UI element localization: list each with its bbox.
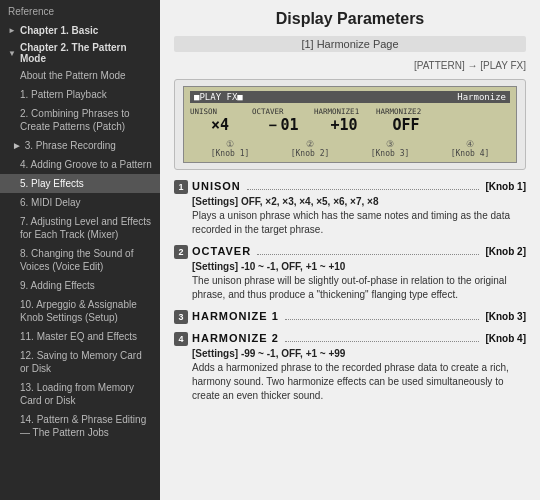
- ch1-label: Chapter 1. Basic: [20, 25, 98, 36]
- section-4: 4HARMONIZE 2[Knob 4][Settings] -99 ~ -1,…: [174, 332, 526, 403]
- ch2-arrow: ▼: [8, 49, 16, 58]
- diagram-top-right: Harmonize: [457, 92, 506, 102]
- sidebar-chapter-1[interactable]: ► Chapter 1. Basic: [0, 21, 160, 38]
- section-settings: [Settings] OFF, ×2, ×3, ×4, ×5, ×6, ×7, …: [174, 196, 526, 207]
- sidebar-item-s10[interactable]: 10. Arpeggio & Assignable Knob Settings …: [0, 295, 160, 327]
- diagram-screen: ■PLAY FX■ Harmonize UNISONOCTAVERHARMONI…: [183, 86, 517, 163]
- sidebar-item-s5[interactable]: 5. Play Effects: [0, 174, 160, 193]
- diagram-knob: ②[Knob 2]: [285, 139, 335, 158]
- sidebar-item-s14[interactable]: 14. Pattern & Phrase Editing — The Patte…: [0, 410, 160, 442]
- section-knob-label: [Knob 2]: [485, 246, 526, 257]
- section-settings: [Settings] -10 ~ -1, OFF, +1 ~ +10: [174, 261, 526, 272]
- diagram-knob: ③[Knob 3]: [365, 139, 415, 158]
- section-dots: [285, 341, 480, 342]
- diagram-top-left: ■PLAY FX■: [194, 92, 243, 102]
- main-content: Display Parameters [1] Harmonize Page [P…: [160, 0, 540, 500]
- sidebar-item-s1[interactable]: 1. Pattern Playback: [0, 85, 160, 104]
- section-header: 3HARMONIZE 1[Knob 3]: [174, 310, 526, 324]
- section-3: 3HARMONIZE 1[Knob 3]: [174, 310, 526, 324]
- diagram-row-value: －01: [252, 116, 312, 135]
- sidebar-item-about[interactable]: About the Pattern Mode: [0, 66, 160, 85]
- section-dots: [257, 254, 479, 255]
- section-number: 1: [174, 180, 188, 194]
- section-name: HARMONIZE 1: [192, 310, 279, 322]
- section-number: 2: [174, 245, 188, 259]
- section-body: Plays a unison phrase which has the same…: [174, 209, 526, 237]
- section-body: Adds a harmonized phrase to the recorded…: [174, 361, 526, 403]
- section-2: 2OCTAVER[Knob 2][Settings] -10 ~ -1, OFF…: [174, 245, 526, 302]
- section-header: 2OCTAVER[Knob 2]: [174, 245, 526, 259]
- sidebar-item-s9[interactable]: 9. Adding Effects: [0, 276, 160, 295]
- section-header: 1UNISON[Knob 1]: [174, 180, 526, 194]
- ch1-arrow: ►: [8, 26, 16, 35]
- sidebar-item-s12[interactable]: 12. Saving to Memory Card or Disk: [0, 346, 160, 378]
- page-subtitle: [1] Harmonize Page: [174, 36, 526, 52]
- section-number: 4: [174, 332, 188, 346]
- page-nav: [PATTERN] → [PLAY FX]: [174, 60, 526, 71]
- page-title: Display Parameters: [174, 10, 526, 28]
- sidebar-header: Reference: [0, 0, 160, 21]
- section-settings: [Settings] -99 ~ -1, OFF, +1 ~ +99: [174, 348, 526, 359]
- diagram-row-value: +10: [314, 116, 374, 135]
- section-dots: [247, 189, 480, 190]
- diagram-row-label: OCTAVER: [252, 107, 312, 116]
- diagram-box: ■PLAY FX■ Harmonize UNISONOCTAVERHARMONI…: [174, 79, 526, 170]
- section-body: The unison phrase will be slightly out-o…: [174, 274, 526, 302]
- ch2-label: Chapter 2. The Pattern Mode: [20, 42, 152, 64]
- sidebar-item-s4[interactable]: 4. Adding Groove to a Pattern: [0, 155, 160, 174]
- diagram-knob: ①[Knob 1]: [205, 139, 255, 158]
- section-header: 4HARMONIZE 2[Knob 4]: [174, 332, 526, 346]
- diagram-row-label: HARMONIZE1: [314, 107, 374, 116]
- sections-container: 1UNISON[Knob 1][Settings] OFF, ×2, ×3, ×…: [174, 180, 526, 403]
- diagram-row-label: UNISON: [190, 107, 250, 116]
- sidebar-item-s3[interactable]: ► 3. Phrase Recording: [0, 136, 160, 155]
- section-dots: [285, 319, 480, 320]
- sidebar-item-s6[interactable]: 6. MIDI Delay: [0, 193, 160, 212]
- diagram-rows: UNISONOCTAVERHARMONIZE1HARMONIZE2×4－01+1…: [190, 107, 510, 135]
- diagram-row-value: OFF: [376, 116, 436, 135]
- diagram-top-bar: ■PLAY FX■ Harmonize: [190, 91, 510, 103]
- sidebar-item-s11[interactable]: 11. Master EQ and Effects: [0, 327, 160, 346]
- sidebar-item-s13[interactable]: 13. Loading from Memory Card or Disk: [0, 378, 160, 410]
- section-name: OCTAVER: [192, 245, 251, 257]
- sidebar-chapter-2-items: About the Pattern Mode1. Pattern Playbac…: [0, 66, 160, 442]
- sidebar: Reference ► Chapter 1. Basic ▼ Chapter 2…: [0, 0, 160, 500]
- section-name: HARMONIZE 2: [192, 332, 279, 344]
- sidebar-item-s8[interactable]: 8. Changing the Sound of Voices (Voice E…: [0, 244, 160, 276]
- sidebar-chapter-2[interactable]: ▼ Chapter 2. The Pattern Mode: [0, 38, 160, 66]
- sidebar-item-s2[interactable]: 2. Combining Phrases to Create Patterns …: [0, 104, 160, 136]
- diagram-knobs: ①[Knob 1]②[Knob 2]③[Knob 3]④[Knob 4]: [190, 139, 510, 158]
- diagram-knob: ④[Knob 4]: [445, 139, 495, 158]
- section-number: 3: [174, 310, 188, 324]
- section-knob-label: [Knob 3]: [485, 311, 526, 322]
- sidebar-item-s7[interactable]: 7. Adjusting Level and Effects for Each …: [0, 212, 160, 244]
- section-knob-label: [Knob 1]: [485, 181, 526, 192]
- diagram-row-label: HARMONIZE2: [376, 107, 436, 116]
- section-name: UNISON: [192, 180, 241, 192]
- section-1: 1UNISON[Knob 1][Settings] OFF, ×2, ×3, ×…: [174, 180, 526, 237]
- section-knob-label: [Knob 4]: [485, 333, 526, 344]
- diagram-row-value: ×4: [190, 116, 250, 135]
